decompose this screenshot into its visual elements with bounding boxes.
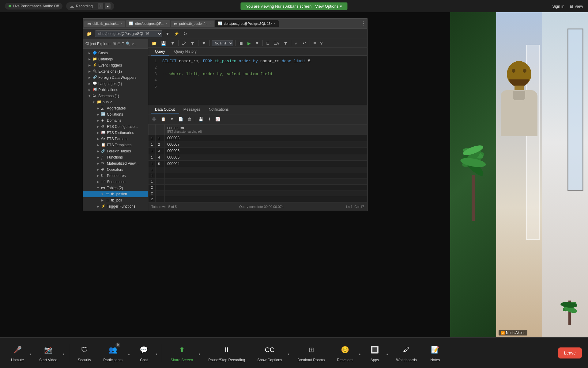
tree-fts-dict[interactable]: ▶ 📖 FTS Dictionaries — [83, 130, 148, 136]
reactions-button[interactable]: 😊 Reactions — [332, 341, 358, 365]
download-btn[interactable]: ⬇ — [206, 116, 213, 122]
share-screen-chevron[interactable]: ▲ — [198, 350, 201, 356]
tree-tables[interactable]: ▼ 🗃 Tables (2) — [83, 185, 148, 191]
oe-text-btn[interactable]: T — [122, 41, 124, 46]
tab-4[interactable]: 📊 dbrs/postgres@PostgreSQL 16* × — [215, 20, 279, 27]
tree-casts[interactable]: ▶ 🔷 Casts — [83, 50, 148, 56]
tree-foreign-wrappers[interactable]: ▶ 🔗 Foreign Data Wrappers — [83, 75, 148, 81]
query-tab[interactable]: Query — [151, 48, 169, 56]
tab-2[interactable]: 📊 dbrs/postgres@P... × — [126, 20, 170, 27]
data-output-tab[interactable]: Data Output — [151, 106, 179, 113]
tree-fts-templates[interactable]: ▶ 📋 FTS Templates — [83, 142, 148, 148]
explain-analyze-btn[interactable]: EA — [272, 40, 281, 47]
tab-2-close[interactable]: × — [165, 22, 167, 25]
reactions-chevron[interactable]: ▲ — [358, 350, 361, 356]
tree-event-triggers[interactable]: ▶ ⚡ Event Triggers — [83, 62, 148, 68]
save-btn[interactable]: 💾 — [160, 40, 168, 47]
tree-functions[interactable]: ▶ ƒ Functions — [83, 154, 148, 160]
save-rows-btn[interactable]: 💾 — [197, 116, 205, 122]
open-file-btn[interactable]: 📁 — [150, 40, 158, 47]
tree-tb-poli[interactable]: ▶ 🗃 tb_poli — [83, 197, 148, 203]
format-dropdown-btn[interactable]: ▼ — [189, 40, 196, 47]
explain-dropdown-btn[interactable]: ▼ — [282, 40, 289, 47]
more-tabs-btn[interactable]: ⋮ — [361, 21, 366, 26]
format-btn[interactable]: 🖊 — [180, 40, 188, 47]
add-row-btn[interactable]: ➕ — [150, 116, 158, 122]
copy-btn[interactable]: 📋 — [159, 116, 167, 122]
connection-select[interactable]: dbrs/postgres@PostgreSQL 16 — [95, 30, 162, 37]
tree-fts-config[interactable]: ▶ ⚙ FTS Configuratio... — [83, 124, 148, 130]
tree-publications[interactable]: ▶ 📢 Publications — [83, 87, 148, 93]
pause-stop-recording-button[interactable]: ⏸ Pause/Stop Recording — [203, 341, 250, 365]
tree-mat-views[interactable]: ▶ 👁 Materialized View... — [83, 160, 148, 167]
tree-domains[interactable]: ▶ ◈ Domains — [83, 117, 148, 124]
oe-table-btn[interactable]: ⊞ — [113, 41, 116, 46]
macro-btn[interactable]: ≡ — [312, 40, 317, 47]
tree-catalogs[interactable]: ▶ 📁 Catalogs — [83, 56, 148, 62]
chat-chevron[interactable]: ▲ — [155, 350, 158, 356]
captions-chevron[interactable]: ▲ — [287, 350, 290, 356]
save-dropdown-btn[interactable]: ▼ — [169, 40, 176, 47]
sql-editor[interactable]: 1 SELECT nomor_rm, FROM tb_pasien order … — [148, 56, 367, 105]
tab-1[interactable]: 🗃 ublic.tb_pasien/... × — [84, 21, 125, 27]
tab-1-close[interactable]: × — [121, 22, 123, 25]
limit-select[interactable]: No limit 100 500 1000 — [212, 40, 233, 46]
participants-button[interactable]: 👥 9 Participants — [98, 341, 127, 365]
leave-button[interactable]: Leave — [558, 347, 582, 358]
paste-btn[interactable]: 📄 — [177, 116, 185, 122]
copy-dropdown-btn[interactable]: ▼ — [168, 116, 175, 122]
share-screen-button[interactable]: ⬆ Share Screen — [166, 341, 198, 365]
tree-types[interactable]: ▶ T Types — [83, 209, 148, 211]
chart-btn[interactable]: 📈 — [214, 116, 222, 122]
tree-foreign-tables[interactable]: ▶ 🔗 Foreign Tables — [83, 148, 148, 154]
start-video-button[interactable]: 📷 Start Video — [34, 341, 62, 365]
tab-3-close[interactable]: × — [209, 22, 211, 25]
stop-btn[interactable]: ⏹ — [237, 40, 245, 47]
notifications-tab[interactable]: Notifications — [204, 106, 233, 113]
filter-btn[interactable]: ▼ — [200, 40, 208, 47]
pause-recording-btn[interactable]: ⏸ — [98, 3, 103, 9]
query-history-tab[interactable]: Query History — [170, 48, 201, 56]
breakout-rooms-button[interactable]: ⊞ Breakout Rooms — [292, 341, 330, 365]
tree-schemas[interactable]: ▼ 🗂 Schemas (1) — [83, 93, 148, 99]
tree-public[interactable]: ▼ 📁 public — [83, 99, 148, 105]
stop-recording-btn[interactable]: ■ — [105, 3, 111, 9]
view-options-button[interactable]: View Options ▾ — [315, 4, 342, 9]
tree-sequences[interactable]: ▶ 1.3 Sequences — [83, 179, 148, 185]
rollback-btn[interactable]: ↶ — [301, 40, 308, 47]
show-captions-button[interactable]: CC Show Captions — [252, 341, 287, 365]
explain-btn[interactable]: E — [265, 40, 270, 47]
view-link[interactable]: 🖥 View — [569, 4, 583, 9]
result-table-wrap[interactable]: nomor_rm [PK] character varying (6) 1 1 — [148, 124, 367, 202]
run-btn[interactable]: ▶ — [246, 40, 252, 47]
help-btn[interactable]: ? — [319, 40, 324, 47]
tree-trigger-fns[interactable]: ▶ ⚡ Trigger Functions — [83, 203, 148, 209]
apps-chevron[interactable]: ▲ — [386, 350, 389, 356]
whiteboards-button[interactable]: 🖊 Whiteboards — [391, 341, 421, 365]
tree-aggregates[interactable]: ▶ Σ Aggregates — [83, 105, 148, 111]
folder-icon[interactable]: 📁 — [85, 31, 93, 37]
commit-btn[interactable]: ✓ — [293, 40, 300, 47]
participants-chevron[interactable]: ▲ — [127, 350, 130, 356]
tree-procedures[interactable]: ▶ () Procedures — [83, 173, 148, 179]
chat-button[interactable]: 💬 Chat — [133, 341, 155, 365]
tree-extensions[interactable]: ▶ 🔌 Extensions (1) — [83, 68, 148, 75]
tab-4-close[interactable]: × — [274, 22, 276, 25]
tree-fts-parsers[interactable]: ▶ Aa FTS Parsers — [83, 136, 148, 142]
unmute-button[interactable]: 🎤 Unmute — [6, 341, 29, 365]
sign-in-link[interactable]: Sign in — [552, 4, 564, 9]
tab-3[interactable]: 🗃 public.tb_pasien/... × — [171, 21, 214, 27]
messages-tab[interactable]: Messages — [179, 106, 205, 113]
tree-collations[interactable]: ▶ 🔤 Collations — [83, 111, 148, 117]
apps-button[interactable]: 🔳 Apps — [364, 341, 386, 365]
security-button[interactable]: 🛡 Security — [73, 341, 96, 365]
start-video-chevron[interactable]: ▲ — [62, 350, 65, 356]
delete-btn[interactable]: 🗑 — [186, 116, 193, 122]
oe-grid-btn[interactable]: ⊟ — [117, 41, 121, 46]
tree-operators[interactable]: ▶ ⊕ Operators — [83, 167, 148, 173]
refresh-btn[interactable]: ↻ — [182, 31, 188, 37]
notes-button[interactable]: 📝 Notes — [424, 341, 446, 365]
tree-languages[interactable]: ▶ 💬 Languages (1) — [83, 81, 148, 87]
run-dropdown-btn[interactable]: ▼ — [254, 40, 261, 47]
tree-tb-pasien[interactable]: ▼ 🗃 tb_pasien — [83, 191, 148, 197]
